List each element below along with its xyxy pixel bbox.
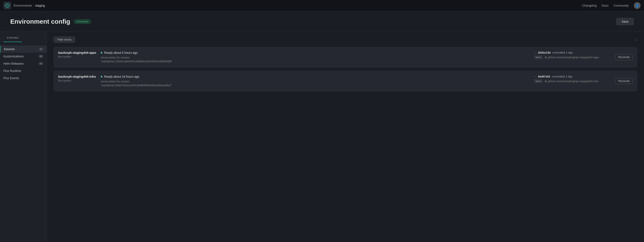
sidebar-badge-helm-releases: 4 bbox=[38, 62, 43, 65]
commit-label-2: committed 1 day bbox=[552, 75, 572, 78]
card-status-row-1: Ready about 5 hours ago bbox=[101, 51, 530, 54]
status-dot-1 bbox=[101, 52, 102, 54]
status-text-1: Ready about 5 hours ago bbox=[104, 51, 138, 54]
svg-marker-1 bbox=[6, 4, 8, 7]
sidebar-item-flux-events[interactable]: Flux Events bbox=[0, 74, 47, 82]
sidebar-badge-sources: 2 bbox=[38, 48, 43, 51]
page-header-left: Environment config connected bbox=[10, 18, 91, 25]
page-title: Environment config bbox=[10, 18, 70, 25]
reconcile-button-1[interactable]: Reconcile bbox=[615, 54, 633, 60]
card-left-2: laszlocph-staging444-infra flux-system bbox=[58, 75, 96, 82]
commit-row-2: ⊸ 9a407a01 committed 1 day bbox=[534, 75, 611, 78]
avatar[interactable]: 👤 bbox=[634, 2, 640, 9]
sidebar-item-sources[interactable]: Sources 2 bbox=[0, 45, 47, 53]
source-card-2: laszlocph-staging444-infra flux-system R… bbox=[54, 71, 637, 91]
card-middle-1: Ready about 5 hours ago stored artifact … bbox=[101, 51, 530, 63]
branch-badge-2: main bbox=[534, 79, 543, 83]
card-commit-1: ⊸ 202be13d committed 1 day main @ github… bbox=[534, 51, 611, 59]
sidebar-badge-kustomizations: 6 bbox=[38, 55, 43, 58]
breadcrumb: Environments / staging bbox=[14, 4, 45, 7]
commit-row-1: ⊸ 202be13d committed 1 day bbox=[534, 51, 611, 54]
page-header: Environment config connected Save bbox=[0, 11, 644, 31]
commit-arrow-icon-1: ⊸ bbox=[534, 51, 536, 54]
commit-hash-2: 9a407a01 bbox=[538, 75, 550, 78]
card-message-2: stored artifact for revision 'main@sha1:… bbox=[101, 80, 530, 87]
card-name-2: laszlocph-staging444-infra bbox=[58, 75, 96, 78]
changelog-link[interactable]: Changelog bbox=[582, 4, 597, 7]
community-link[interactable]: Community bbox=[614, 4, 629, 7]
source-card-1: laszlocph-staging444-apps flux-system Re… bbox=[54, 47, 637, 67]
sidebar-item-kustomizations[interactable]: Kustomizations 6 bbox=[0, 53, 47, 60]
download-icon[interactable]: ↓ bbox=[635, 37, 637, 42]
commit-branch-row-2: main @ github.com/laszlocph/gitops-stagi… bbox=[534, 79, 611, 83]
app-logo[interactable] bbox=[4, 2, 11, 9]
branch-badge-1: main bbox=[534, 55, 543, 59]
topnav: Environments / staging Changelog Docs Co… bbox=[0, 0, 644, 11]
sidebar-item-flux-events-label: Flux Events bbox=[4, 76, 19, 80]
card-middle-2: Ready about 19 hours ago stored artifact… bbox=[101, 75, 530, 87]
status-dot-2 bbox=[101, 76, 102, 77]
sidebar-item-flux-runtime[interactable]: Flux Runtime bbox=[0, 67, 47, 74]
breadcrumb-parent[interactable]: Environments bbox=[14, 4, 32, 7]
sidebar-item-kustomizations-label: Kustomizations bbox=[4, 55, 24, 58]
filter-errors-button[interactable]: Filter errors bbox=[54, 37, 75, 43]
github-link-1: @ github.com/laszlocph/gitops-staging444… bbox=[544, 56, 599, 59]
commit-arrow-icon-2: ⊸ bbox=[534, 75, 536, 78]
card-left-1: laszlocph-staging444-apps flux-system bbox=[58, 51, 96, 58]
sidebar-item-sources-label: Sources bbox=[4, 47, 15, 51]
commit-label-1: committed 1 day bbox=[552, 51, 573, 54]
main-layout: STAGING Sources 2 Kustomizations 6 Helm … bbox=[0, 31, 644, 242]
topnav-left: Environments / staging bbox=[4, 2, 45, 9]
card-commit-2: ⊸ 9a407a01 committed 1 day main @ github… bbox=[534, 75, 611, 83]
card-namespace-2: flux-system bbox=[58, 79, 96, 82]
status-text-2: Ready about 19 hours ago bbox=[104, 75, 139, 78]
docs-link[interactable]: Docs bbox=[602, 4, 608, 7]
topnav-right: Changelog Docs Community 👤 bbox=[582, 2, 640, 9]
reconcile-button-2[interactable]: Reconcile bbox=[615, 78, 633, 84]
commit-hash-1: 202be13d bbox=[538, 51, 550, 54]
card-namespace-1: flux-system bbox=[58, 55, 96, 58]
commit-branch-row-1: main @ github.com/laszlocph/gitops-stagi… bbox=[534, 55, 611, 59]
sidebar: STAGING Sources 2 Kustomizations 6 Helm … bbox=[0, 31, 47, 242]
breadcrumb-sep: / bbox=[33, 4, 34, 7]
content: Filter errors ↓ laszlocph-staging444-app… bbox=[47, 31, 644, 242]
sidebar-item-helm-releases-label: Helm Releases bbox=[4, 62, 24, 65]
sidebar-section-title: STAGING bbox=[4, 37, 22, 42]
sidebar-item-helm-releases[interactable]: Helm Releases 4 bbox=[0, 60, 47, 67]
content-header: Filter errors ↓ bbox=[54, 37, 637, 43]
sidebar-item-flux-runtime-label: Flux Runtime bbox=[4, 69, 21, 73]
card-message-1: stored artifact for revision 'main@sha1:… bbox=[101, 56, 530, 63]
card-status-row-2: Ready about 19 hours ago bbox=[101, 75, 530, 78]
breadcrumb-current: staging bbox=[35, 4, 45, 7]
github-link-2: @ github.com/laszlocph/gitops-staging444… bbox=[544, 80, 598, 83]
sidebar-section-title-wrap: STAGING bbox=[0, 36, 47, 44]
card-name-1: laszlocph-staging444-apps bbox=[58, 51, 96, 54]
connected-badge: connected bbox=[74, 20, 91, 24]
save-button[interactable]: Save bbox=[616, 18, 634, 25]
